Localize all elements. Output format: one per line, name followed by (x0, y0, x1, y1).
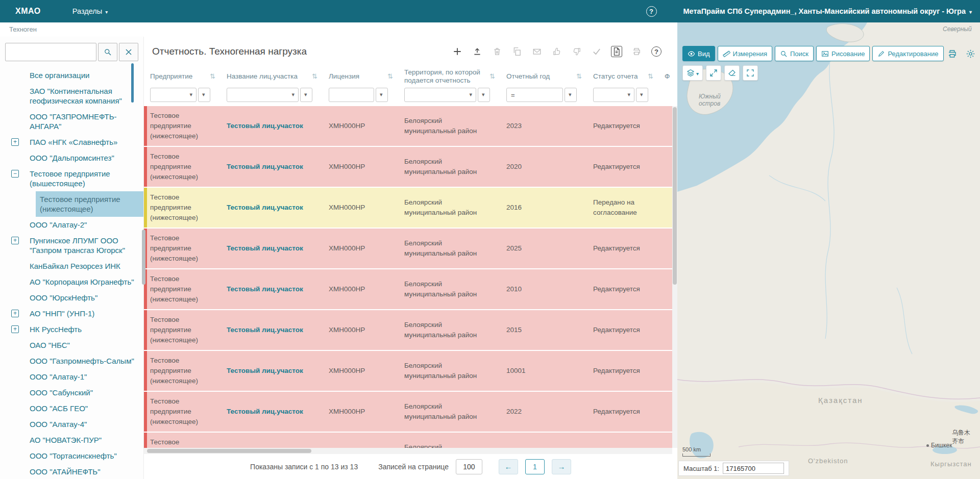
export-button[interactable] (611, 46, 622, 57)
expand-icon[interactable]: + (11, 237, 19, 244)
site-link[interactable]: Тестовый лиц.участок (227, 325, 303, 335)
map-print-button[interactable] (946, 47, 959, 60)
map-canvas[interactable] (677, 22, 980, 479)
org-tree-item[interactable]: ОАО "НБС" (0, 337, 143, 353)
filter-dropdown-button[interactable] (565, 88, 577, 102)
prev-page-button[interactable]: ← (499, 459, 518, 474)
expand-icon[interactable]: + (11, 310, 19, 317)
site-link[interactable]: Тестовый лиц.участок (227, 121, 303, 131)
column-header[interactable]: Лицензия⇅ (323, 66, 398, 87)
filter-input[interactable] (329, 88, 374, 102)
org-tree-item[interactable]: ООО "Газпромнефть-Салым" (0, 353, 143, 369)
sort-icon[interactable]: ⇅ (387, 72, 393, 81)
next-page-button[interactable]: → (552, 459, 571, 474)
filter-operator[interactable]: = (506, 88, 563, 102)
filter-dropdown-button[interactable] (198, 88, 210, 102)
org-tree-item[interactable]: АО "НОВАТЭК-ПУР" (0, 432, 143, 448)
sidebar-scrollbar[interactable] (131, 63, 134, 103)
page-number-button[interactable]: 1 (525, 459, 545, 474)
org-tree-item[interactable]: ООО "Алатау-4" (0, 416, 143, 432)
app-logo[interactable]: ХМАО (15, 7, 41, 16)
filter-dropdown-button[interactable] (636, 88, 648, 102)
org-tree-item[interactable]: ООО "Дальпромсинтез" (0, 150, 143, 166)
site-link[interactable]: Тестовый лиц.участок (227, 203, 303, 213)
map-edit-button[interactable]: Редактирование (872, 46, 943, 61)
table-row[interactable]: Тестовое предприятие (нижестоящее)Тестов… (144, 147, 677, 188)
collapse-icon[interactable]: − (11, 170, 19, 178)
org-tree-item[interactable]: ООО "Тортасинскнефть" (0, 448, 143, 464)
map-layers-button[interactable] (682, 65, 703, 81)
horizontal-scroll-thumb[interactable] (147, 449, 311, 453)
column-header[interactable]: Статус отчета⇅ (587, 66, 658, 87)
org-tree-item[interactable]: +ПАО «НГК «Славнефть» (0, 134, 143, 150)
map-panel[interactable]: СеверныйЮжный островҚазақстанБишкекКыргы… (677, 22, 980, 479)
column-header[interactable]: Ф (658, 66, 677, 87)
org-tree-item[interactable]: +Пунгинское ЛПУМГ ООО "Газпром трансгаз … (0, 233, 143, 258)
org-tree-item[interactable]: ЗАО "Континентальная геофизическая компа… (0, 83, 143, 109)
org-tree-item[interactable]: ООО "ГАЗПРОМНЕФТЬ-АНГАРА" (0, 109, 143, 134)
panel-resize-handle[interactable] (142, 230, 145, 285)
map-draw-button[interactable]: Рисование (816, 46, 870, 61)
map-eraser-button[interactable] (724, 65, 740, 81)
site-link[interactable]: Тестовый лиц.участок (227, 366, 303, 376)
sort-icon[interactable]: ⇅ (648, 72, 653, 81)
org-tree-item[interactable]: КанБайкал Резорсез ИНК (0, 258, 143, 274)
org-tree-item[interactable]: +НК РуссНефть (0, 321, 143, 337)
table-row[interactable]: Тестовое предприятие (нижестоящее)Тестов… (144, 351, 677, 392)
org-tree-item[interactable]: ООО "ЮрскНефть" (0, 290, 143, 306)
vertical-scroll-thumb[interactable] (673, 107, 677, 285)
clear-search-button[interactable] (119, 43, 138, 61)
org-search-input[interactable] (5, 43, 96, 61)
sections-menu[interactable]: Разделы (72, 7, 108, 15)
filter-dropdown-button[interactable] (478, 88, 490, 102)
org-tree-item[interactable]: ООО "АТАЙНЕФТЬ" (0, 464, 143, 479)
org-tree-item[interactable]: ООО "Сабунский" (0, 385, 143, 400)
filter-dropdown-button[interactable] (300, 88, 312, 102)
org-tree-item[interactable]: ООО "Алатау-2" (0, 217, 143, 233)
org-tree-item[interactable]: Все организации (0, 67, 143, 83)
table-vertical-scrollbar[interactable] (672, 106, 677, 448)
column-header[interactable]: Предприятие⇅ (144, 66, 220, 87)
filter-select[interactable] (593, 88, 634, 102)
map-search-button[interactable]: Поиск (775, 46, 814, 61)
user-menu[interactable]: МетаПрайм СПб Суперадмин_, Ханты-Мансийс… (683, 7, 972, 15)
org-tree-item[interactable]: ООО "Алатау-1" (0, 369, 143, 385)
column-header[interactable]: Территория, по которой подается отчетнос… (398, 66, 500, 87)
filter-select[interactable] (227, 88, 299, 102)
add-report-button[interactable] (452, 46, 463, 57)
per-page-input[interactable] (456, 459, 482, 474)
org-tree-item[interactable]: ООО "АСБ ГЕО" (0, 400, 143, 416)
table-horizontal-scrollbar[interactable] (144, 448, 672, 454)
help-icon[interactable]: ? (646, 6, 657, 17)
org-tree-item[interactable]: −Тестовое предприятие (вышестоящее) (0, 166, 143, 191)
table-row[interactable]: Тестовое предприятие (нижестоящее)Тестов… (144, 392, 677, 433)
map-view-button[interactable]: Вид (682, 46, 715, 61)
search-button[interactable] (98, 43, 117, 61)
table-row[interactable]: Тестовое предприятие (нижестоящее)Тестов… (144, 188, 677, 229)
help-button[interactable]: ? (651, 46, 662, 57)
expand-icon[interactable]: + (11, 138, 19, 146)
site-link[interactable]: Тестовый лиц.участок (227, 407, 303, 417)
filter-select[interactable] (150, 88, 197, 102)
map-measure-button[interactable]: Измерения (718, 46, 772, 61)
column-header[interactable]: Название лиц.участка⇅ (220, 66, 323, 87)
column-header[interactable]: Отчетный год⇅ (500, 66, 587, 87)
map-fullscreen-button[interactable] (743, 65, 758, 81)
sort-icon[interactable]: ⇅ (576, 72, 582, 81)
table-row[interactable]: Тестовое предприятие (нижестоящее)Тестов… (144, 269, 677, 310)
table-row[interactable]: Тестовое предприятие (нижестоящее)Тестов… (144, 229, 677, 269)
org-tree-item[interactable]: +АО "ННП" (УНП-1) (0, 306, 143, 321)
org-tree-item[interactable]: АО "Корпорация Югранефть" (0, 274, 143, 290)
table-body[interactable]: Тестовое предприятие (нижестоящее)Тестов… (144, 106, 677, 448)
map-resize-button[interactable] (706, 65, 721, 81)
import-button[interactable] (472, 46, 483, 57)
site-link[interactable]: Тестовый лиц.участок (227, 243, 303, 254)
sort-icon[interactable]: ⇅ (489, 72, 495, 81)
site-link[interactable]: Тестовый лиц.участок (227, 162, 303, 172)
filter-dropdown-button[interactable] (376, 88, 388, 102)
org-tree-item[interactable]: Тестовое предприятие (нижестоящее) (36, 191, 143, 217)
map-settings-button[interactable] (965, 47, 977, 60)
sort-icon[interactable]: ⇅ (210, 72, 215, 81)
table-row[interactable]: Тестовое предприятие (нижестоящее)Тестов… (144, 310, 677, 351)
scale-input[interactable] (723, 463, 784, 474)
